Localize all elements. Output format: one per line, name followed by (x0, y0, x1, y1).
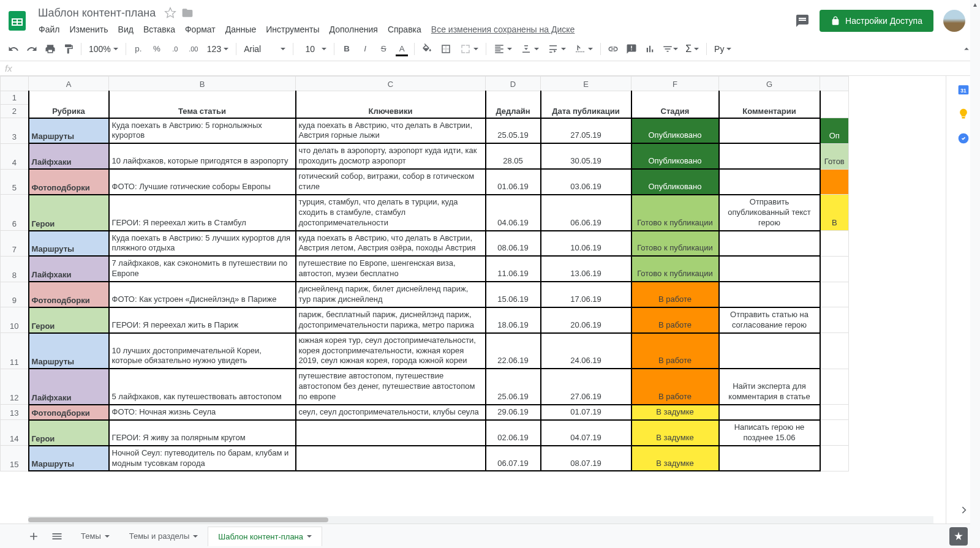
cell-A6[interactable]: Герои (29, 195, 109, 231)
cell-H6[interactable]: В (820, 195, 849, 231)
menu-data[interactable]: Данные (221, 22, 261, 37)
bold-button[interactable]: B (338, 40, 355, 58)
cell-E3[interactable]: 27.05.19 (541, 118, 631, 144)
cell-A11[interactable]: Маршруты (29, 333, 109, 369)
cell-G12[interactable]: Найти эксперта для комментария в статье (719, 369, 820, 405)
cell-B3[interactable]: Куда поехать в Австрию: 5 горнолыжных ку… (109, 118, 296, 144)
col-header-E[interactable]: E (541, 77, 631, 91)
cell-B7[interactable]: Куда поехать в Австрию: 5 лучших курорто… (109, 231, 296, 257)
folder-icon[interactable] (181, 7, 194, 19)
row-header-5[interactable]: 5 (1, 169, 29, 195)
zoom-dropdown[interactable]: 100% (85, 40, 122, 58)
cell-A8[interactable]: Лайфхаки (29, 256, 109, 282)
cell-D14[interactable]: 02.06.19 (486, 420, 541, 446)
cell-F13[interactable]: В задумке (631, 405, 719, 420)
explore-button[interactable] (949, 527, 968, 546)
cell-B15[interactable]: Ночной Сеул: путеводитель по барам, клуб… (109, 446, 296, 471)
cell-G14[interactable]: Написать герою не позднее 15.06 (719, 420, 820, 446)
cell-D8[interactable]: 11.06.19 (486, 256, 541, 282)
menu-format[interactable]: Формат (181, 22, 220, 37)
cell-C11[interactable]: южная корея тур, сеул достопримечательно… (296, 333, 486, 369)
cell-D5[interactable]: 01.06.19 (486, 169, 541, 195)
saved-status[interactable]: Все изменения сохранены на Диске (427, 22, 579, 37)
cell-C3[interactable]: куда поехать в Австрию, что делать в Авс… (296, 118, 486, 144)
col-header-H[interactable] (820, 77, 849, 91)
dec-decimal-button[interactable]: .0 (167, 40, 184, 58)
undo-button[interactable] (5, 40, 22, 58)
cell-H11[interactable] (820, 333, 849, 369)
cell-C6[interactable]: турция, стамбул, что делать в турции, ку… (296, 195, 486, 231)
chart-button[interactable] (641, 40, 658, 58)
cell-C5[interactable]: готический собор, витражи, собор в готич… (296, 169, 486, 195)
header-C[interactable]: Ключевики (296, 91, 486, 118)
col-header-F[interactable]: F (631, 77, 719, 91)
inc-decimal-button[interactable]: .00 (185, 40, 202, 58)
sheet-tab-0[interactable]: Темы (71, 527, 119, 546)
cell-G11[interactable] (719, 333, 820, 369)
row-header-8[interactable]: 8 (1, 256, 29, 282)
cell-E6[interactable]: 06.06.19 (541, 195, 631, 231)
cell-G3[interactable] (719, 118, 820, 144)
cell-A12[interactable]: Лайфхаки (29, 369, 109, 405)
menu-help[interactable]: Справка (383, 22, 426, 37)
cell-D9[interactable]: 15.06.19 (486, 282, 541, 307)
cell-C14[interactable] (296, 420, 486, 446)
cell-B9[interactable]: ФОТО: Как устроен «Диснейлэнд» в Париже (109, 282, 296, 307)
cell-A5[interactable]: Фотоподборки (29, 169, 109, 195)
halign-button[interactable] (490, 40, 516, 58)
cell-E8[interactable]: 13.06.19 (541, 256, 631, 282)
sheet-tab-2[interactable]: Шаблон контент-плана (208, 527, 322, 546)
tasks-icon[interactable] (957, 132, 970, 145)
fill-color-button[interactable] (418, 40, 435, 58)
cell-H13[interactable] (820, 405, 849, 420)
row-header-9[interactable]: 9 (1, 282, 29, 307)
calendar-icon[interactable]: 31 (957, 83, 970, 96)
merge-button[interactable] (456, 40, 482, 58)
cell-A3[interactable]: Маршруты (29, 118, 109, 144)
cell-B8[interactable]: 7 лайфхаков, как сэкономить в путешестви… (109, 256, 296, 282)
functions-button[interactable]: Σ (682, 40, 703, 58)
col-header-A[interactable]: A (29, 77, 109, 91)
cell-F15[interactable]: В задумке (631, 446, 719, 471)
cell-A10[interactable]: Герои (29, 307, 109, 333)
text-color-button[interactable]: A (393, 40, 410, 58)
borders-button[interactable] (437, 40, 455, 58)
cell-B12[interactable]: 5 лайфхаков, как путешествовать автостоп… (109, 369, 296, 405)
cell-G10[interactable]: Отправить статью на согласование герою (719, 307, 820, 333)
cell-D12[interactable]: 25.06.19 (486, 369, 541, 405)
cell-F10[interactable]: В работе (631, 307, 719, 333)
cell-E5[interactable]: 03.06.19 (541, 169, 631, 195)
cell-F6[interactable]: Готово к публикации (631, 195, 719, 231)
cell-A15[interactable]: Маршруты (29, 446, 109, 471)
cell-D3[interactable]: 25.05.19 (486, 118, 541, 144)
cell-B14[interactable]: ГЕРОИ: Я живу за полярным кругом (109, 420, 296, 446)
cell-E4[interactable]: 30.05.19 (541, 143, 631, 169)
cell-G5[interactable] (719, 169, 820, 195)
menu-view[interactable]: Вид (114, 22, 138, 37)
cell-E10[interactable]: 20.06.19 (541, 307, 631, 333)
cell-F8[interactable]: Готово к публикации (631, 256, 719, 282)
rotate-button[interactable] (571, 40, 597, 58)
paint-format-button[interactable] (60, 40, 77, 58)
cell-H10[interactable] (820, 307, 849, 333)
col-header-B[interactable]: B (109, 77, 296, 91)
cell-H5[interactable] (820, 169, 849, 195)
font-dropdown[interactable]: Arial (240, 40, 289, 58)
cell-D6[interactable]: 04.06.19 (486, 195, 541, 231)
cell-E9[interactable]: 17.06.19 (541, 282, 631, 307)
cell-G13[interactable] (719, 405, 820, 420)
cell-A7[interactable]: Маршруты (29, 231, 109, 257)
cell-A14[interactable]: Герои (29, 420, 109, 446)
link-button[interactable] (605, 40, 622, 58)
cell-A9[interactable]: Фотоподборки (29, 282, 109, 307)
cell-D15[interactable]: 06.07.19 (486, 446, 541, 471)
valign-button[interactable] (517, 40, 543, 58)
row-header-10[interactable]: 10 (1, 307, 29, 333)
cell-D4[interactable]: 28.05 (486, 143, 541, 169)
cell-B4[interactable]: 10 лайфхаков, которые пригодятся в аэроп… (109, 143, 296, 169)
cell-D7[interactable]: 08.06.19 (486, 231, 541, 257)
print-button[interactable] (42, 40, 59, 58)
row-header-2[interactable]: 2 (1, 105, 29, 118)
number-format-dropdown[interactable]: 123 (203, 40, 232, 58)
header-D[interactable]: Дедлайн (486, 91, 541, 118)
